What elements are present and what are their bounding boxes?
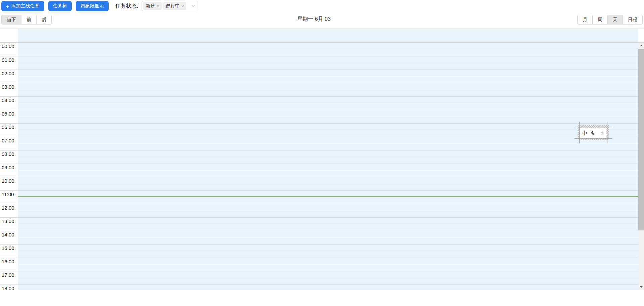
hour-row: 16:00 bbox=[0, 258, 644, 271]
view-button-group: 月 周 天 日程 bbox=[577, 15, 643, 25]
view-day-button[interactable]: 天 bbox=[607, 15, 623, 25]
hour-cell[interactable] bbox=[18, 83, 644, 96]
plus-icon: + bbox=[6, 4, 9, 9]
hour-label: 11:00 bbox=[0, 191, 18, 204]
hour-row: 17:00 bbox=[0, 271, 644, 285]
ime-chinese-mode-icon[interactable]: 中 bbox=[582, 130, 587, 135]
hour-row: 14:00 bbox=[0, 231, 644, 244]
hour-row: 09:00 bbox=[0, 164, 644, 177]
hour-label: 07:00 bbox=[0, 137, 18, 150]
top-toolbar: + 添加主线任务 任务树 四象限显示 任务状态: 新建 × 进行中 × bbox=[1, 1, 198, 11]
day-calendar: 00:0001:0002:0003:0004:0005:0006:0007:00… bbox=[0, 29, 644, 290]
arrow-up-icon bbox=[640, 45, 643, 46]
add-main-task-button[interactable]: + 添加主线任务 bbox=[1, 1, 44, 11]
hour-cell[interactable] bbox=[18, 258, 644, 271]
hour-row: 05:00 bbox=[0, 110, 644, 123]
quadrant-display-button[interactable]: 四象限显示 bbox=[76, 1, 109, 11]
task-status-select[interactable]: 新建 × 进行中 × bbox=[142, 1, 198, 11]
time-grid-viewport: 00:0001:0002:0003:0004:0005:0006:0007:00… bbox=[0, 42, 644, 290]
hour-label: 03:00 bbox=[0, 83, 18, 96]
hour-cell[interactable] bbox=[18, 43, 644, 56]
ime-bar-inner: 中 bbox=[580, 128, 606, 138]
ime-language-bar[interactable]: 中 bbox=[578, 125, 609, 140]
all-day-cell[interactable] bbox=[18, 29, 638, 42]
tag-remove-icon[interactable]: × bbox=[157, 4, 159, 8]
hour-label: 01:00 bbox=[0, 56, 18, 70]
hour-row: 07:00 bbox=[0, 137, 644, 150]
view-week-button[interactable]: 周 bbox=[592, 15, 608, 25]
hour-cell[interactable] bbox=[18, 97, 644, 110]
chevron-down-icon[interactable] bbox=[192, 4, 195, 8]
hour-row: 04:00 bbox=[0, 96, 644, 110]
view-schedule-button[interactable]: 日程 bbox=[623, 15, 643, 25]
arrow-down-icon bbox=[640, 286, 643, 288]
hour-label: 05:00 bbox=[0, 110, 18, 123]
scrollbar-corner bbox=[638, 29, 644, 42]
hour-label: 08:00 bbox=[0, 150, 18, 164]
hour-cell[interactable] bbox=[18, 70, 644, 83]
hour-label: 14:00 bbox=[0, 231, 18, 244]
calendar-title: 星期一 6月 03 bbox=[0, 16, 628, 23]
hour-cell[interactable] bbox=[18, 271, 644, 285]
hour-cell[interactable] bbox=[18, 137, 644, 150]
hour-label: 17:00 bbox=[0, 271, 18, 285]
hour-cell[interactable] bbox=[18, 150, 644, 164]
hour-row: 00:00 bbox=[0, 43, 644, 56]
hour-label: 10:00 bbox=[0, 177, 18, 190]
hour-label: 13:00 bbox=[0, 218, 18, 231]
all-day-gutter bbox=[0, 29, 18, 42]
hour-cell[interactable] bbox=[18, 56, 644, 70]
hour-cell[interactable] bbox=[18, 110, 644, 123]
all-day-row bbox=[0, 29, 644, 42]
tag-remove-icon[interactable]: × bbox=[181, 4, 184, 8]
hour-cell[interactable] bbox=[18, 204, 644, 217]
add-main-task-label: 添加主线任务 bbox=[11, 3, 40, 9]
task-tree-button[interactable]: 任务树 bbox=[48, 1, 72, 11]
hour-row: 06:00 bbox=[0, 123, 644, 137]
hour-row: 10:00 bbox=[0, 177, 644, 190]
hour-row: 12:00 bbox=[0, 204, 644, 217]
scroll-up-button[interactable] bbox=[638, 43, 644, 48]
hour-row: 02:00 bbox=[0, 70, 644, 83]
hour-label: 02:00 bbox=[0, 70, 18, 83]
hour-row: 18:00 bbox=[0, 285, 644, 290]
vertical-scrollbar[interactable] bbox=[638, 43, 644, 290]
hour-label: 18:00 bbox=[0, 285, 18, 290]
hour-row: 11:00 bbox=[0, 190, 644, 204]
task-status-label: 任务状态: bbox=[115, 3, 138, 10]
ime-punctuation-icon[interactable] bbox=[600, 130, 604, 135]
current-time-indicator bbox=[18, 196, 638, 197]
hour-label: 06:00 bbox=[0, 124, 18, 137]
hour-cell[interactable] bbox=[18, 245, 644, 258]
status-tag-inprogress[interactable]: 进行中 × bbox=[163, 2, 186, 10]
hour-cell[interactable] bbox=[18, 231, 644, 244]
hour-cell[interactable] bbox=[18, 285, 644, 290]
scroll-down-button[interactable] bbox=[638, 284, 644, 290]
hour-row: 08:00 bbox=[0, 150, 644, 164]
scrollbar-thumb[interactable] bbox=[638, 49, 644, 230]
hour-label: 12:00 bbox=[0, 204, 18, 217]
status-tag-new[interactable]: 新建 × bbox=[143, 2, 162, 10]
hour-cell[interactable] bbox=[18, 124, 644, 137]
hour-label: 04:00 bbox=[0, 97, 18, 110]
status-tag-label: 新建 bbox=[146, 3, 155, 9]
status-tag-label: 进行中 bbox=[166, 3, 180, 9]
hour-cell[interactable] bbox=[18, 164, 644, 177]
time-grid-rows: 00:0001:0002:0003:0004:0005:0006:0007:00… bbox=[0, 43, 644, 290]
hour-cell[interactable] bbox=[18, 191, 644, 204]
ime-fullwidth-moon-icon[interactable] bbox=[591, 131, 595, 135]
hour-row: 03:00 bbox=[0, 83, 644, 96]
hour-label: 16:00 bbox=[0, 258, 18, 271]
calendar-header: 当下 前 后 星期一 6月 03 月 周 天 日程 bbox=[0, 15, 644, 25]
hour-label: 09:00 bbox=[0, 164, 18, 177]
hour-label: 15:00 bbox=[0, 245, 18, 258]
hour-label: 00:00 bbox=[0, 43, 18, 56]
hour-cell[interactable] bbox=[18, 218, 644, 231]
hour-row: 15:00 bbox=[0, 244, 644, 258]
view-month-button[interactable]: 月 bbox=[577, 15, 593, 25]
hour-cell[interactable] bbox=[18, 177, 644, 190]
hour-row: 13:00 bbox=[0, 217, 644, 231]
hour-row: 01:00 bbox=[0, 56, 644, 70]
